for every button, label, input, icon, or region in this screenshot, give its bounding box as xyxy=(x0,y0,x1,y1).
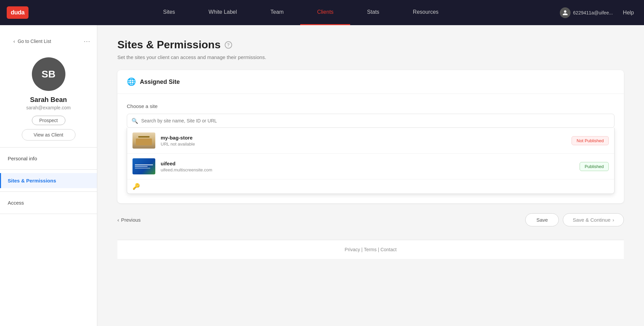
user-avatar-icon xyxy=(560,7,571,18)
view-as-client-button[interactable]: View as Client xyxy=(22,129,75,141)
nav-stats[interactable]: Stats xyxy=(350,0,396,25)
site-name-uifeed: uifeed xyxy=(161,161,574,166)
main-content: Sites & Permissions ? Set the sites your… xyxy=(97,25,644,326)
site-item-my-bag-store[interactable]: my-bag-store URL not available Not Publi… xyxy=(127,128,614,154)
site-item-uifeed[interactable]: uifeed uifeed.multiscreensite.com Publis… xyxy=(127,154,614,179)
logo[interactable]: duda xyxy=(7,6,29,19)
save-button[interactable]: Save xyxy=(525,213,559,226)
site-info-uifeed: uifeed uifeed.multiscreensite.com xyxy=(161,161,574,172)
page-footer: Privacy | Terms | Contact xyxy=(117,240,624,259)
footer-actions: ‹ Previous Save Save & Continue › xyxy=(117,213,624,226)
site-thumbnail-uifeed xyxy=(132,158,155,174)
header-right: 6229411a@uifee... Help xyxy=(560,7,637,18)
nav-white-label[interactable]: White Label xyxy=(192,0,254,25)
main-nav: Sites White Label Team Clients Stats Res… xyxy=(42,0,560,25)
search-icon: 🔍 xyxy=(131,118,138,124)
site-url-bag: URL not available xyxy=(161,142,566,147)
previous-arrow-icon: ‹ xyxy=(117,217,119,223)
nav-resources[interactable]: Resources xyxy=(396,0,455,25)
client-email: sarah@example.com xyxy=(0,105,97,110)
privacy-link[interactable]: Privacy xyxy=(345,247,360,252)
site-thumbnail-bag xyxy=(132,132,155,149)
sidebar-divider-4 xyxy=(0,214,97,214)
client-name: Sarah Bean xyxy=(0,96,97,104)
site-status-badge-bag: Not Published xyxy=(572,136,609,145)
site-name-bag: my-bag-store xyxy=(161,135,566,141)
card-header: 🌐 Assigned Site xyxy=(117,70,624,94)
globe-icon: 🌐 xyxy=(127,77,136,86)
site-dropdown: my-bag-store URL not available Not Publi… xyxy=(127,128,614,194)
sidebar-divider-3 xyxy=(0,192,97,192)
sidebar-divider xyxy=(0,147,97,148)
sidebar-item-access[interactable]: Access xyxy=(0,195,97,210)
card-title: Assigned Site xyxy=(140,78,180,86)
site-info-bag: my-bag-store URL not available xyxy=(161,135,566,147)
header: duda Sites White Label Team Clients Stat… xyxy=(0,0,644,25)
site-url-uifeed: uifeed.multiscreensite.com xyxy=(161,167,574,172)
separator-1: | xyxy=(361,247,364,252)
page-subtitle: Set the sites your client can access and… xyxy=(117,54,624,60)
site-status-badge-uifeed: Published xyxy=(580,162,609,171)
previous-button[interactable]: ‹ Previous xyxy=(117,217,141,223)
page-title: Sites & Permissions xyxy=(117,39,221,51)
sidebar: ‹ Go to Client List ⋯ SB Sarah Bean sara… xyxy=(0,25,97,326)
help-button[interactable]: Help xyxy=(620,10,637,16)
save-continue-button[interactable]: Save & Continue › xyxy=(563,213,624,226)
action-buttons: Save Save & Continue › xyxy=(525,213,624,226)
key-row: 🔑 xyxy=(127,179,614,194)
assigned-site-card: 🌐 Assigned Site Choose a site 🔍 xyxy=(117,70,624,203)
help-icon[interactable]: ? xyxy=(225,41,232,49)
prospect-badge[interactable]: Prospect xyxy=(32,116,65,125)
back-arrow-icon: ‹ xyxy=(13,39,15,44)
chevron-right-icon: › xyxy=(612,217,614,223)
user-info[interactable]: 6229411a@uifee... xyxy=(560,7,613,18)
sidebar-item-personal-info[interactable]: Personal info xyxy=(0,151,97,166)
search-input[interactable] xyxy=(127,114,614,128)
more-options-button[interactable]: ⋯ xyxy=(84,37,90,45)
user-email: 6229411a@uifee... xyxy=(573,10,613,15)
search-wrapper: 🔍 xyxy=(127,114,614,128)
sidebar-divider-2 xyxy=(0,169,97,170)
page-title-row: Sites & Permissions ? xyxy=(117,39,624,51)
nav-clients[interactable]: Clients xyxy=(300,0,350,25)
back-to-client-list[interactable]: ‹ Go to Client List xyxy=(7,35,58,47)
avatar: SB xyxy=(32,57,65,91)
card-body: Choose a site 🔍 xyxy=(117,94,624,203)
nav-team[interactable]: Team xyxy=(254,0,300,25)
choose-label: Choose a site xyxy=(127,103,614,109)
nav-sites[interactable]: Sites xyxy=(146,0,192,25)
terms-link[interactable]: Terms xyxy=(364,247,377,252)
key-icon: 🔑 xyxy=(132,183,140,190)
main-layout: ‹ Go to Client List ⋯ SB Sarah Bean sara… xyxy=(0,25,644,326)
contact-link[interactable]: Contact xyxy=(380,247,396,252)
sidebar-item-sites-permissions[interactable]: Sites & Permissions xyxy=(0,173,97,188)
